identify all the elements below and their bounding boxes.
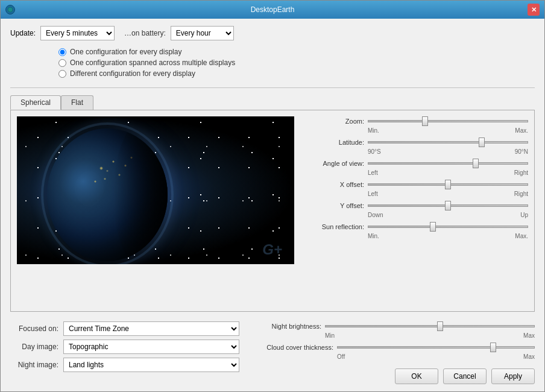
sun-reflection-max: Max.	[515, 233, 528, 239]
angle-slider[interactable]	[368, 162, 528, 165]
latitude-minmax: 90°S 90°N	[304, 148, 528, 155]
night-brightness-group: Night brightness: Min Max	[249, 321, 535, 339]
window-title: DesktopEarth	[251, 5, 295, 14]
cloud-cover-max: Max	[523, 353, 535, 360]
cancel-button[interactable]: Cancel	[443, 368, 487, 384]
battery-label: …on battery:	[124, 29, 166, 37]
y-offset-label: Y offset:	[304, 202, 364, 209]
svg-point-0	[8, 7, 13, 12]
cloud-cover-label: Cloud cover thickness:	[249, 344, 333, 351]
sun-reflection-slider[interactable]	[368, 226, 528, 228]
day-image-select[interactable]: Topographic Satellite Plain	[63, 340, 239, 354]
sun-reflection-min: Min.	[368, 233, 379, 239]
zoom-group: Zoom: Min. Max.	[304, 116, 528, 134]
zoom-minmax: Min. Max.	[304, 127, 528, 134]
radio-spanned[interactable]: One configuration spanned across multipl…	[58, 58, 535, 67]
night-brightness-slider[interactable]	[325, 325, 535, 327]
angle-track	[368, 159, 528, 168]
sun-reflection-label: Sun reflection:	[304, 223, 364, 230]
x-offset-min: Left	[368, 191, 378, 197]
x-offset-minmax: Left Right	[304, 191, 528, 197]
tab-flat[interactable]: Flat	[61, 95, 93, 110]
radio-one-per-display[interactable]: One configuration for every display	[58, 48, 535, 56]
button-row: OK Cancel Apply	[249, 364, 535, 384]
x-offset-row: X offset:	[304, 180, 528, 189]
y-offset-track	[368, 201, 528, 210]
x-offset-group: X offset: Left Right	[304, 180, 528, 197]
angle-row: Angle of view:	[304, 159, 528, 168]
night-brightness-min: Min	[325, 332, 335, 339]
zoom-max: Max.	[515, 127, 528, 134]
zoom-row: Zoom:	[304, 116, 528, 126]
latitude-slider[interactable]	[368, 141, 528, 144]
x-offset-slider[interactable]	[368, 183, 528, 186]
zoom-slider[interactable]	[368, 120, 528, 122]
earth-preview: G+	[17, 116, 294, 264]
radio-spanned-label: One configuration spanned across multipl…	[70, 58, 235, 67]
watermark: G+	[262, 241, 282, 258]
angle-label: Angle of view:	[304, 160, 364, 167]
latitude-row: Latitude:	[304, 138, 528, 147]
night-image-row: Night image: Land lights None	[10, 358, 239, 372]
cloud-cover-slider[interactable]	[337, 346, 535, 349]
apply-button[interactable]: Apply	[491, 368, 535, 384]
titlebar-left	[5, 5, 15, 14]
earth-preview-container: G+	[17, 116, 294, 264]
y-offset-min: Down	[368, 212, 383, 218]
day-image-label: Day image:	[10, 343, 58, 351]
angle-max: Right	[514, 169, 528, 176]
right-sliders: Night brightness: Min Max Cloud cover th…	[249, 321, 535, 384]
x-offset-max: Right	[514, 191, 528, 197]
latitude-group: Latitude: 90°S 90°N	[304, 138, 528, 155]
tabs-section: Spherical Flat G+	[10, 95, 535, 312]
cloud-cover-row: Cloud cover thickness:	[249, 343, 535, 352]
focused-on-select[interactable]: Current Time Zone Fixed Location Random	[63, 321, 239, 336]
update-label: Update:	[10, 29, 36, 37]
sun-reflection-track	[368, 222, 528, 232]
earth-globe	[47, 128, 168, 261]
sun-reflection-minmax: Min. Max.	[304, 233, 528, 239]
radio-different-per-display[interactable]: Different configuration for every displa…	[58, 69, 535, 78]
update-interval-select[interactable]: Every 5 minutes Every 10 minutes Every 3…	[40, 26, 115, 40]
night-image-label: Night image:	[10, 361, 58, 369]
day-image-row: Day image: Topographic Satellite Plain	[10, 340, 239, 354]
left-selects: Focused on: Current Time Zone Fixed Loca…	[10, 321, 239, 384]
tab-spherical[interactable]: Spherical	[10, 95, 61, 110]
battery-interval-select[interactable]: Every hour Every 2 hours Never	[171, 26, 234, 40]
radio-one-per-display-label: One configuration for every display	[70, 48, 181, 56]
cloud-cover-min: Off	[337, 353, 345, 360]
y-offset-max: Up	[520, 212, 528, 218]
night-brightness-row: Night brightness:	[249, 321, 535, 331]
latitude-max: 90°N	[515, 148, 528, 155]
x-offset-label: X offset:	[304, 181, 364, 188]
latitude-min: 90°S	[368, 148, 381, 155]
main-panel: G+ Zoom: Min.	[10, 110, 535, 312]
display-config-group: One configuration for every display One …	[10, 48, 535, 78]
main-window: DesktopEarth ✕ Update: Every 5 minutes E…	[0, 0, 545, 392]
radio-different-label: Different configuration for every displa…	[70, 69, 195, 78]
latitude-label: Latitude:	[304, 139, 364, 146]
sun-reflection-row: Sun reflection:	[304, 222, 528, 232]
night-brightness-label: Night brightness:	[249, 323, 321, 330]
y-offset-row: Y offset:	[304, 201, 528, 210]
zoom-track	[368, 116, 528, 126]
cloud-cover-track	[337, 343, 535, 352]
main-content: Update: Every 5 minutes Every 10 minutes…	[1, 19, 544, 391]
night-image-select[interactable]: Land lights None	[63, 358, 239, 372]
night-brightness-minmax: Min Max	[249, 332, 535, 339]
zoom-min: Min.	[368, 127, 379, 134]
angle-group: Angle of view: Left Right	[304, 159, 528, 176]
y-offset-slider[interactable]	[368, 204, 528, 207]
y-offset-minmax: Down Up	[304, 212, 528, 218]
focused-on-row: Focused on: Current Time Zone Fixed Loca…	[10, 321, 239, 336]
latitude-track	[368, 138, 528, 147]
ok-button[interactable]: OK	[395, 368, 438, 384]
tab-bar: Spherical Flat	[10, 95, 535, 110]
x-offset-track	[368, 180, 528, 189]
close-button[interactable]: ✕	[528, 4, 540, 16]
cloud-cover-group: Cloud cover thickness: Off Max	[249, 343, 535, 360]
angle-minmax: Left Right	[304, 169, 528, 176]
bottom-area: Focused on: Current Time Zone Fixed Loca…	[10, 317, 535, 384]
cloud-cover-minmax: Off Max	[249, 353, 535, 360]
titlebar: DesktopEarth ✕	[1, 1, 544, 19]
